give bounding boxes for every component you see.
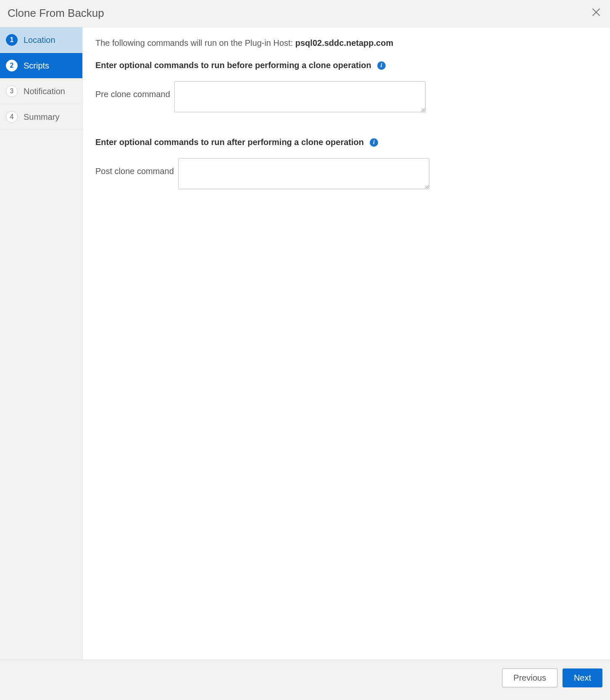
pre-clone-label: Pre clone command <box>95 81 170 99</box>
step-number: 1 <box>6 34 18 46</box>
wizard-sidebar: 1 Location 2 Scripts 3 Notification 4 Su… <box>0 27 83 660</box>
section-title-text: Enter optional commands to run before pe… <box>95 61 371 70</box>
intro-text: The following commands will run on the P… <box>95 38 295 48</box>
next-button[interactable]: Next <box>563 668 602 687</box>
pre-clone-section-title: Enter optional commands to run before pe… <box>95 61 597 70</box>
step-label: Scripts <box>24 61 49 71</box>
post-clone-section-title: Enter optional commands to run after per… <box>95 137 597 147</box>
pre-clone-row: Pre clone command <box>95 81 597 112</box>
post-clone-command-input[interactable] <box>178 158 429 189</box>
wizard-step-notification[interactable]: 3 Notification <box>0 79 82 104</box>
wizard-step-summary[interactable]: 4 Summary <box>0 104 82 130</box>
plugin-host-info: The following commands will run on the P… <box>95 38 597 48</box>
step-label: Location <box>24 35 55 45</box>
post-clone-label: Post clone command <box>95 158 174 176</box>
dialog-body: 1 Location 2 Scripts 3 Notification 4 Su… <box>0 27 610 660</box>
step-number: 4 <box>6 111 18 123</box>
pre-clone-command-input[interactable] <box>174 81 426 112</box>
wizard-step-scripts[interactable]: 2 Scripts <box>0 53 82 79</box>
section-title-text: Enter optional commands to run after per… <box>95 137 364 147</box>
plugin-host-name: psql02.sddc.netapp.com <box>295 38 393 48</box>
info-icon[interactable]: i <box>377 61 386 70</box>
close-button[interactable] <box>590 6 602 20</box>
dialog-title: Clone From Backup <box>8 7 104 20</box>
step-label: Notification <box>24 87 65 96</box>
dialog-header: Clone From Backup <box>0 0 610 27</box>
step-number: 3 <box>6 85 18 97</box>
step-number: 2 <box>6 60 18 71</box>
close-icon <box>592 8 601 17</box>
wizard-step-location[interactable]: 1 Location <box>0 27 82 53</box>
previous-button[interactable]: Previous <box>502 668 557 687</box>
wizard-content: The following commands will run on the P… <box>83 27 610 660</box>
step-label: Summary <box>24 112 60 122</box>
info-icon[interactable]: i <box>370 138 378 147</box>
dialog-footer: Previous Next <box>0 660 610 700</box>
post-clone-row: Post clone command <box>95 158 597 189</box>
